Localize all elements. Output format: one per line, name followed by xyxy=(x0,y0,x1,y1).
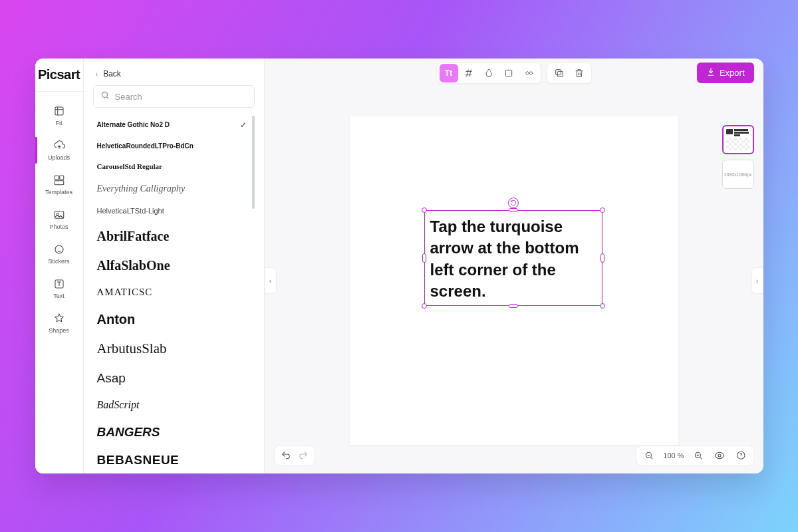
duplicate-button[interactable] xyxy=(550,64,569,82)
resize-handle[interactable] xyxy=(509,208,518,212)
font-option[interactable]: Bangers xyxy=(93,418,251,447)
collapse-panel-button[interactable]: ‹ xyxy=(265,267,277,294)
main-area: Tt Export ‹ › xyxy=(265,59,763,473)
svg-point-14 xyxy=(718,454,721,457)
page-thumbnail-1[interactable] xyxy=(722,125,754,154)
help-button[interactable] xyxy=(733,448,748,463)
brand-area: Picsart xyxy=(35,59,83,92)
style-button[interactable] xyxy=(460,64,478,82)
expand-right-button[interactable]: › xyxy=(751,267,763,294)
export-button[interactable]: Export xyxy=(697,63,754,83)
rail-label: Fit xyxy=(56,120,63,126)
resize-handle[interactable] xyxy=(422,303,427,309)
app-window: Picsart Fit Uploads Templates Photos Sti… xyxy=(35,59,763,473)
font-label: AbrilFatface xyxy=(97,227,170,245)
font-label: BadScript xyxy=(97,398,140,412)
resize-handle[interactable] xyxy=(422,207,427,213)
drop-button[interactable] xyxy=(479,64,498,82)
back-button[interactable]: ‹ Back xyxy=(93,65,255,85)
font-list[interactable]: Alternate Gothic No2 D✓HelveticaRoundedL… xyxy=(93,114,255,473)
font-option[interactable]: HelveticaLTStd-Light xyxy=(93,201,251,221)
zoom-in-button[interactable] xyxy=(691,448,706,463)
rail-photos[interactable]: Photos xyxy=(35,202,83,237)
resize-handle[interactable] xyxy=(600,303,605,309)
rail-label: Uploads xyxy=(48,154,70,161)
text-tool-button[interactable]: Tt xyxy=(440,64,458,82)
crop-button[interactable] xyxy=(499,64,518,82)
font-label: CarouselStd Regular xyxy=(97,162,163,172)
page-thumbnail-2[interactable]: 1080x1080px xyxy=(722,160,754,189)
canvas-area[interactable]: ‹ › Tap the turquoise arrow at the botto… xyxy=(265,88,763,473)
search-field[interactable] xyxy=(93,85,255,108)
rail-stickers[interactable]: Stickers xyxy=(35,237,83,271)
font-option[interactable]: Anton xyxy=(93,305,251,334)
undo-button[interactable] xyxy=(279,448,293,463)
svg-rect-1 xyxy=(55,176,59,180)
resize-handle[interactable] xyxy=(600,253,604,263)
rail-uploads[interactable]: Uploads xyxy=(35,133,83,168)
font-label: Everything Calligraphy xyxy=(97,182,186,196)
rail-nav: Fit Uploads Templates Photos Stickers Te… xyxy=(35,92,83,340)
search-input[interactable] xyxy=(115,92,247,102)
font-option[interactable]: AbrilFatface xyxy=(93,221,251,251)
font-option[interactable]: BEBASNEUE xyxy=(93,446,251,473)
chevron-left-icon: ‹ xyxy=(96,70,98,78)
scrollbar[interactable] xyxy=(252,116,255,209)
brand-logo[interactable]: Picsart xyxy=(38,67,80,82)
font-option[interactable]: BadScript xyxy=(93,392,251,418)
upload-icon xyxy=(53,140,65,152)
delete-button[interactable] xyxy=(570,64,589,82)
font-option[interactable]: HelveticaRoundedLTPro-BdCn xyxy=(93,136,251,156)
resize-handle[interactable] xyxy=(422,253,426,263)
rail-label: Photos xyxy=(49,223,68,230)
font-label: BEBASNEUE xyxy=(97,452,180,469)
resize-handle[interactable] xyxy=(509,304,518,308)
font-option[interactable]: ArbutusSlab xyxy=(93,334,251,364)
font-label: AlfaSlabOne xyxy=(97,256,170,275)
zoom-level: 100 % xyxy=(663,452,684,460)
zoom-out-button[interactable] xyxy=(642,448,656,463)
effects-button[interactable] xyxy=(519,64,538,82)
text-tools-cluster: Tt xyxy=(436,63,541,84)
rotate-handle[interactable] xyxy=(508,198,519,208)
rail-fit[interactable]: Fit xyxy=(35,98,83,133)
svg-rect-11 xyxy=(555,70,561,75)
font-label: AMATICSC xyxy=(97,285,153,299)
text-content[interactable]: Tap the turquoise arrow at the bottom le… xyxy=(425,211,602,308)
rail-label: Shapes xyxy=(49,327,69,334)
font-option[interactable]: Everything Calligraphy xyxy=(93,177,251,201)
thumb-preview-box xyxy=(726,129,733,134)
transparency-preview xyxy=(726,138,750,150)
preview-button[interactable] xyxy=(712,448,727,463)
svg-point-6 xyxy=(55,245,63,253)
svg-rect-3 xyxy=(55,181,64,185)
redo-button[interactable] xyxy=(296,448,311,463)
fit-icon xyxy=(53,105,65,117)
undo-redo-bar xyxy=(274,446,315,466)
export-label: Export xyxy=(720,68,745,78)
font-list-container: Alternate Gothic No2 D✓HelveticaRoundedL… xyxy=(93,114,255,473)
font-option[interactable]: Alternate Gothic No2 D✓ xyxy=(93,114,251,136)
left-rail: Picsart Fit Uploads Templates Photos Sti… xyxy=(35,59,84,473)
zoom-bar: 100 % xyxy=(636,446,753,466)
text-tool-label: Tt xyxy=(445,68,452,78)
rail-shapes[interactable]: Shapes xyxy=(35,306,83,340)
layer-tools-cluster xyxy=(547,63,592,84)
resize-handle[interactable] xyxy=(600,207,605,213)
back-label: Back xyxy=(103,69,121,78)
rail-text[interactable]: Text xyxy=(35,271,83,306)
svg-rect-2 xyxy=(59,176,63,180)
artboard[interactable]: Tap the turquoise arrow at the bottom le… xyxy=(350,116,678,445)
font-option[interactable]: Asap xyxy=(93,364,251,393)
selected-text-box[interactable]: Tap the turquoise arrow at the bottom le… xyxy=(424,210,602,306)
font-option[interactable]: AMATICSC xyxy=(93,280,251,305)
font-option[interactable]: AlfaSlabOne xyxy=(93,251,251,280)
check-icon: ✓ xyxy=(240,120,247,131)
rail-label: Templates xyxy=(45,189,72,196)
svg-rect-0 xyxy=(55,107,63,115)
rail-label: Stickers xyxy=(48,258,69,265)
font-label: Anton xyxy=(97,310,136,329)
templates-icon xyxy=(53,174,65,186)
rail-templates[interactable]: Templates xyxy=(35,168,83,202)
font-option[interactable]: CarouselStd Regular xyxy=(93,156,251,177)
